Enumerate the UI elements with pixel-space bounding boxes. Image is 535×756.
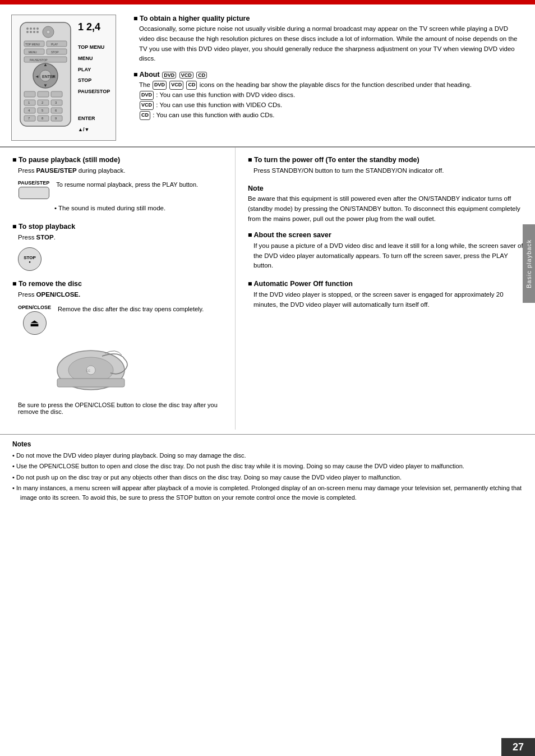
- tip2-badge-cd: CD: [186, 81, 197, 90]
- svg-rect-30: [51, 91, 62, 97]
- side-tab-label: Basic playback: [525, 239, 532, 288]
- sec2-text: Press STOP.: [18, 233, 225, 243]
- left-col: To pause playback (still mode) Press PAU…: [0, 147, 236, 430]
- sec5-text: If you pause a picture of a DVD video di…: [253, 241, 525, 271]
- note1-title: Note: [248, 185, 525, 192]
- tip2-badge-vcd: VCD: [169, 81, 183, 90]
- svg-text:CC: CC: [86, 369, 91, 372]
- section-remove-disc: To remove the disc Press OPEN/CLOSE. OPE…: [12, 280, 225, 415]
- tip2-dvd-badge: DVD: [140, 91, 154, 100]
- svg-text:TOP MENU: TOP MENU: [25, 43, 40, 46]
- svg-rect-28: [24, 91, 35, 97]
- right-col: To turn the power off (To enter the stan…: [236, 147, 535, 430]
- svg-rect-53: [57, 379, 124, 387]
- sec4-text: Press STANDBY/ON button to turn the STAN…: [253, 166, 525, 176]
- note1-text: Be aware that this equipment is still po…: [248, 194, 525, 224]
- pause-btn-diagram: PAUSE/STEP To resume normal playback, pr…: [18, 180, 225, 199]
- tip2-intro: The: [139, 81, 150, 88]
- svg-point-8: [36, 31, 39, 33]
- note-item-3: Do not push up on the disc tray or put a…: [12, 473, 523, 482]
- open-close-label: OPEN/CLOSE: [18, 305, 51, 310]
- sec4-title: To turn the power off (To enter the stan…: [248, 156, 525, 164]
- label-top-menu: TOP MENU: [78, 42, 110, 53]
- badge-cd: CD: [196, 72, 207, 79]
- svg-point-7: [36, 27, 39, 30]
- sec6-title: Automatic Power Off function: [248, 280, 525, 288]
- svg-point-3: [33, 27, 35, 30]
- label-pause-stop: PAUSE/STOP: [78, 86, 110, 98]
- svg-point-1: [26, 27, 29, 30]
- svg-text:MENU: MENU: [29, 50, 37, 54]
- stop-btn-dot: ●: [29, 260, 31, 264]
- remote-area: TOP MENU MENU PLAY STOP: [11, 15, 123, 141]
- svg-point-5: [30, 31, 32, 33]
- sec1-btn-desc: To resume normal playback, press the PLA…: [56, 180, 225, 190]
- badge-dvd: DVD: [162, 72, 176, 79]
- main-content: To pause playback (still mode) Press PAU…: [0, 147, 535, 430]
- remote-svg: TOP MENU MENU PLAY STOP: [17, 20, 73, 129]
- label-enter: ENTER: [78, 113, 110, 125]
- sec3-title: To remove the disc: [12, 280, 225, 288]
- tip-about: About DVD VCD CD The DVD VCD CD icons on…: [133, 71, 524, 120]
- stop-btn-visual: STOP ●: [18, 247, 41, 271]
- tip1-title: To obtain a higher quality picture: [133, 15, 524, 22]
- sec6-text: If the DVD video player is stopped, or t…: [253, 290, 525, 310]
- disc-caption: Be sure to press the OPEN/CLOSE button t…: [18, 402, 225, 415]
- side-tab: Basic playback: [523, 224, 535, 303]
- label-arrows: ▲/▼: [78, 125, 110, 136]
- tip2-text1: icons on the heading bar show the playab…: [200, 81, 472, 88]
- pause-btn-visual: [19, 187, 49, 199]
- sec2-title: To stop playback: [12, 223, 225, 231]
- bottom-notes: Notes Do not move the DVD video player d…: [0, 434, 535, 510]
- tip2-dvd-text: : You can use this function with DVD vid…: [156, 91, 295, 98]
- page: TOP MENU MENU PLAY STOP: [0, 0, 535, 756]
- section-stop: To stop playback Press STOP. STOP ●: [12, 223, 225, 271]
- svg-point-2: [30, 27, 32, 30]
- sec3-desc: Remove the disc after the disc tray open…: [58, 305, 225, 314]
- sec1-text1: Press PAUSE/STEP during playback.: [18, 166, 225, 176]
- tip1-text: Occasionally, some picture noise not usu…: [139, 24, 524, 64]
- tip2-cd-badge: CD: [140, 111, 150, 120]
- tip2-vcd-badge: VCD: [140, 101, 154, 110]
- section-screen-saver: About the screen saver If you pause a pi…: [248, 231, 525, 271]
- tip2-title: About DVD VCD CD: [133, 71, 524, 79]
- note-item-2: Use the OPEN/CLOSE button to open and cl…: [12, 462, 523, 471]
- note-block-1: Note Be aware that this equipment is sti…: [248, 185, 525, 224]
- sec1-bullet-text: The sound is muted during still mode.: [54, 205, 165, 211]
- stop-btn-label: STOP: [24, 255, 36, 260]
- sec1-title: To pause playback (still mode): [12, 156, 225, 164]
- notes-list: Do not move the DVD video player during …: [12, 451, 523, 503]
- notes-title: Notes: [12, 440, 523, 448]
- remote-labels: TOP MENU MENU PLAY STOP PAUSE/STOP ENTER…: [78, 42, 110, 136]
- svg-point-10: [47, 30, 50, 34]
- sec1-bullet: The sound is muted during still mode.: [54, 204, 225, 214]
- tip2-vcd-text: : You can use this function with VIDEO C…: [156, 102, 282, 108]
- number-label-1: 1 2,4: [78, 22, 110, 32]
- tip2-cd-text: : You can use this function with audio C…: [153, 112, 274, 118]
- svg-text:PAUSE/STOP: PAUSE/STOP: [30, 58, 48, 62]
- section-auto-power-off: Automatic Power Off function If the DVD …: [248, 280, 525, 310]
- tips-area: To obtain a higher quality picture Occas…: [133, 15, 524, 141]
- badge-vcd: VCD: [179, 72, 193, 79]
- svg-text:◄: ◄: [35, 74, 39, 79]
- svg-point-6: [33, 31, 35, 33]
- note-item-1: Do not move the DVD video player during …: [12, 451, 523, 460]
- stop-btn-diagram: STOP ●: [18, 247, 225, 271]
- svg-text:▲: ▲: [43, 62, 48, 67]
- svg-text:►: ►: [52, 74, 56, 79]
- disc-image-area: CC: [46, 339, 225, 397]
- label-play: PLAY: [78, 64, 110, 76]
- tip-higher-quality: To obtain a higher quality picture Occas…: [133, 15, 524, 64]
- eject-icon: ⏏: [30, 317, 39, 329]
- section-pause: To pause playback (still mode) Press PAU…: [12, 156, 225, 214]
- svg-point-4: [26, 31, 29, 33]
- pause-btn-label: PAUSE/STEP: [18, 180, 49, 186]
- svg-text:STOP: STOP: [51, 50, 59, 54]
- label-stop: STOP: [78, 75, 110, 86]
- page-number-area: 27: [501, 738, 535, 756]
- top-section: TOP MENU MENU PLAY STOP: [0, 4, 535, 147]
- disc-image-svg: CC: [46, 339, 136, 395]
- top-bar: [0, 0, 535, 4]
- section-power-off: To turn the power off (To enter the stan…: [248, 156, 525, 176]
- sec3-text: Press OPEN/CLOSE.: [18, 290, 225, 300]
